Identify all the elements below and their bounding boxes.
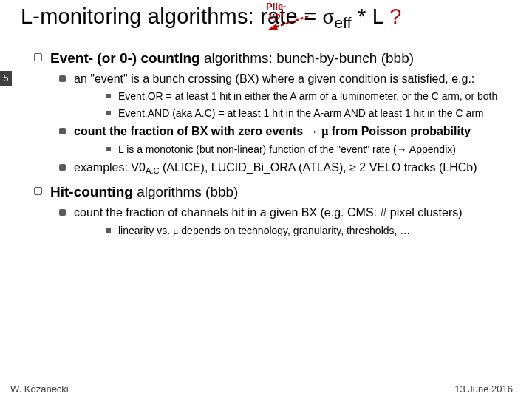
ex-a: examples: V0 <box>74 161 146 174</box>
title-sigma: σ <box>323 4 335 28</box>
sub-count-fraction: count the fraction of BX with zero event… <box>59 124 513 156</box>
rest-text: algorithms: bunch-by-bunch (bbb) <box>204 50 414 66</box>
bold-a: count the fraction of BX with zero event… <box>74 125 307 137</box>
subsub-text: Event.AND (aka A.C) = at least 1 hit in … <box>118 106 484 120</box>
sub-text: an "event" is a bunch crossing (BX) wher… <box>74 72 474 87</box>
dot-bullet-icon <box>106 228 111 233</box>
lin-b: depends on technology, granularity, thre… <box>178 225 410 236</box>
right-arrow-icon: → <box>397 143 407 155</box>
part-a: L is a monotonic (but non-linear) functi… <box>118 143 397 155</box>
square-fill-bullet-icon <box>59 75 66 82</box>
sub-text: examples: V0A.C (ALICE), LUCID_Bi_ORA (A… <box>74 160 477 176</box>
sub-event-def: an "event" is a bunch crossing (BX) wher… <box>59 72 513 120</box>
lin-a: linearity vs. <box>118 225 173 236</box>
square-open-bullet-icon <box>34 53 42 61</box>
sub-text: count the fraction of BX with zero event… <box>74 124 471 140</box>
mu-symbol: μ <box>321 125 328 137</box>
bold-lead: Event- (or 0-) counting <box>50 50 204 66</box>
subsub-event-or: Event.OR = at least 1 hit in either the … <box>106 89 513 103</box>
footer: W. Kozanecki 13 June 2016 <box>0 383 532 395</box>
dot-bullet-icon <box>106 147 111 151</box>
subsub-text: Event.OR = at least 1 hit in either the … <box>118 89 497 103</box>
bullet-event-counting: Event- (or 0-) counting algorithms: bunc… <box>34 50 513 176</box>
square-open-bullet-icon <box>34 187 42 195</box>
square-fill-bullet-icon <box>59 209 66 216</box>
title-part2: * L <box>352 4 390 28</box>
square-fill-bullet-icon <box>59 128 66 134</box>
pileup-label: Pile- up! <box>266 1 286 21</box>
ex-sub: A.C <box>146 166 160 175</box>
slide-number-badge: 5 <box>0 71 12 86</box>
subsub-event-and: Event.AND (aka A.C) = at least 1 hit in … <box>106 106 513 120</box>
ex-b: (ALICE), LUCID_Bi_ORA (ATLAS), ≥ 2 VELO … <box>160 161 477 174</box>
subsub-text: linearity vs. μ depends on technology, g… <box>118 224 410 238</box>
sub-text: count the fraction of channels hit in a … <box>74 205 463 221</box>
bullet-text: Hit-counting algorithms (bbb) <box>50 183 238 201</box>
footer-author: W. Kozanecki <box>10 383 69 395</box>
pileup-line2: up! <box>266 11 286 21</box>
dot-bullet-icon <box>106 94 111 98</box>
square-fill-bullet-icon <box>59 164 66 171</box>
title-sub-eff: eff <box>334 14 351 31</box>
bold-c: from Poisson probability <box>328 125 471 137</box>
dot-bullet-icon <box>106 111 111 115</box>
subsub-linearity: linearity vs. μ depends on technology, g… <box>106 224 513 238</box>
bullet-text: Event- (or 0-) counting algorithms: bunc… <box>50 50 414 67</box>
title-question: ? <box>389 4 401 28</box>
sub-examples: examples: V0A.C (ALICE), LUCID_Bi_ORA (A… <box>59 160 513 176</box>
title-area: Pile- up! L-monitoring algorithms: rate … <box>0 0 532 38</box>
sub-hit-fraction: count the fraction of channels hit in a … <box>59 205 513 238</box>
rest-text: algorithms (bbb) <box>137 184 238 200</box>
slide: { "slide_number": "5", "pileup": { "line… <box>0 0 532 399</box>
subsub-monotonic: L is a monotonic (but non-linear) functi… <box>106 143 513 156</box>
bold-lead: Hit-counting <box>50 184 137 200</box>
slide-body: Event- (or 0-) counting algorithms: bunc… <box>0 38 532 238</box>
part-b: Appendix) <box>407 143 456 155</box>
right-arrow-icon: → <box>307 125 318 137</box>
subsub-text: L is a monotonic (but non-linear) functi… <box>118 143 456 156</box>
footer-date: 13 June 2016 <box>454 383 513 395</box>
bullet-hit-counting: Hit-counting algorithms (bbb) count the … <box>34 183 513 238</box>
